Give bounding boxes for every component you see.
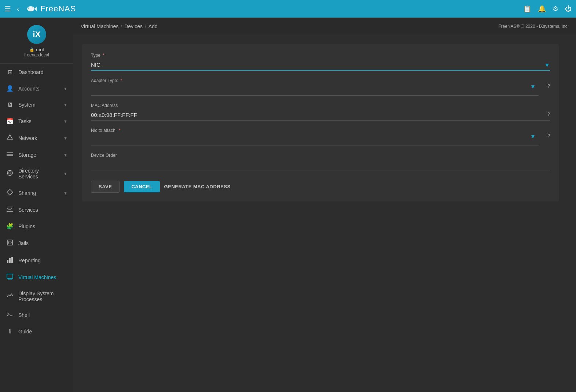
generate-mac-button[interactable]: GENERATE MAC ADDRESS: [164, 184, 231, 189]
sidebar-profile: iX 🔒 root freenas.local: [0, 18, 73, 64]
services-icon: [6, 207, 14, 213]
adapter-type-dropdown-arrow: ▼: [530, 84, 536, 90]
topbar: ☰ ‹ FreeNAS 📋 🔔 ⚙ ⏻: [0, 0, 576, 18]
svg-rect-16: [9, 258, 11, 263]
chevron-right-icon: ▼: [63, 86, 67, 91]
guide-icon: ℹ: [6, 328, 14, 335]
sidebar-item-sharing[interactable]: Sharing ▼: [0, 184, 73, 202]
system-icon: 🖥: [6, 101, 14, 108]
sidebar-item-accounts[interactable]: 👤 Accounts ▼: [0, 80, 73, 97]
nic-to-attach-required: *: [119, 128, 121, 133]
sidebar-item-plugins[interactable]: 🧩 Plugins: [0, 218, 73, 234]
storage-icon: [6, 152, 14, 158]
type-field: Type * NIC DISK CDROM VNC RAW ▼: [91, 53, 550, 71]
main-layout: iX 🔒 root freenas.local ⊞ Dashboard 👤 Ac…: [0, 18, 576, 392]
breadcrumb-devices[interactable]: Devices: [124, 23, 143, 29]
svg-point-9: [9, 172, 11, 174]
adapter-type-label: Adapter Type: *: [91, 78, 539, 83]
svg-marker-4: [7, 135, 12, 139]
sidebar-item-label: Jails: [18, 240, 67, 246]
nic-to-attach-input[interactable]: [91, 134, 539, 145]
mac-address-input-wrapper: ?: [91, 110, 550, 121]
breadcrumb-bar: Virtual Machines / Devices / Add FreeNAS…: [73, 18, 576, 35]
adapter-type-help-icon[interactable]: ?: [547, 84, 550, 89]
sharing-icon: [6, 189, 14, 197]
breadcrumb-add: Add: [148, 23, 158, 29]
nic-to-attach-input-wrapper: Nic to attach: * ▼ ?: [91, 128, 550, 145]
adapter-type-input[interactable]: [91, 85, 539, 96]
dashboard-icon: ⊞: [6, 69, 14, 75]
adapter-type-input-wrapper: Adapter Type: * ▼ ?: [91, 78, 550, 96]
shell-icon: [6, 312, 14, 318]
jails-icon: [6, 239, 14, 247]
copyright-text: FreeNAS® © 2020 - iXsystems, Inc.: [498, 24, 569, 29]
sidebar-item-tasks[interactable]: 📅 Tasks ▼: [0, 113, 73, 129]
sidebar-item-reporting[interactable]: Reporting: [0, 252, 73, 269]
sidebar-item-shell[interactable]: Shell: [0, 307, 73, 323]
sidebar-item-system[interactable]: 🖥 System ▼: [0, 97, 73, 113]
device-order-field: Device Order: [91, 153, 550, 170]
chevron-right-icon: ▼: [63, 171, 67, 176]
sidebar-item-storage[interactable]: Storage ▼: [0, 147, 73, 163]
nic-to-attach-label: Nic to attach: *: [91, 128, 539, 133]
svg-rect-17: [11, 257, 13, 263]
nic-to-attach-dropdown-arrow: ▼: [530, 133, 536, 140]
device-order-input[interactable]: [91, 159, 550, 170]
network-icon: [6, 134, 14, 142]
sidebar-item-services[interactable]: Services: [0, 202, 73, 218]
save-button[interactable]: SAVE: [91, 181, 120, 193]
svg-rect-18: [7, 274, 13, 278]
sidebar-item-directory-services[interactable]: Directory Services ▼: [0, 163, 73, 184]
sidebar-item-label: System: [18, 102, 59, 108]
logo-area: FreeNAS: [23, 2, 76, 16]
type-input-wrapper: NIC DISK CDROM VNC RAW ▼: [91, 59, 550, 71]
lock-icon: 🔒: [29, 47, 34, 52]
notes-icon[interactable]: 📋: [523, 5, 531, 13]
sidebar-item-label: Guide: [18, 329, 67, 334]
power-icon[interactable]: ⏻: [565, 5, 572, 13]
sidebar-item-label: Display System Processes: [18, 291, 67, 302]
nic-to-attach-field: Nic to attach: * ▼ ?: [91, 128, 550, 145]
content-area: Virtual Machines / Devices / Add FreeNAS…: [73, 18, 576, 392]
cancel-button[interactable]: CANCEL: [124, 181, 159, 192]
sidebar-item-dashboard[interactable]: ⊞ Dashboard: [0, 64, 73, 80]
type-select[interactable]: NIC DISK CDROM VNC RAW: [91, 59, 550, 71]
sidebar-item-display-system-processes[interactable]: Display System Processes: [0, 286, 73, 307]
device-order-label: Device Order: [91, 153, 550, 158]
back-icon[interactable]: ‹: [17, 5, 19, 13]
settings-icon[interactable]: ⚙: [553, 5, 558, 13]
svg-point-3: [28, 8, 29, 9]
button-row: SAVE CANCEL GENERATE MAC ADDRESS: [91, 181, 550, 193]
nic-to-attach-help-icon[interactable]: ?: [547, 133, 550, 138]
sidebar-item-guide[interactable]: ℹ Guide: [0, 323, 73, 340]
breadcrumb: Virtual Machines / Devices / Add: [81, 23, 158, 29]
sidebar-item-label: Plugins: [18, 223, 67, 229]
sidebar: iX 🔒 root freenas.local ⊞ Dashboard 👤 Ac…: [0, 18, 73, 392]
freenas-logo: [23, 2, 37, 16]
chevron-right-icon: ▼: [63, 191, 67, 195]
hamburger-menu-icon[interactable]: ☰: [4, 4, 11, 13]
plugins-icon: 🧩: [6, 223, 14, 230]
sidebar-item-label: Accounts: [18, 86, 59, 92]
chevron-right-icon: ▼: [63, 119, 67, 123]
chevron-right-icon: ▼: [63, 136, 67, 140]
sidebar-item-virtual-machines[interactable]: Virtual Machines: [0, 269, 73, 286]
sidebar-item-label: Shell: [18, 312, 67, 318]
tasks-icon: 📅: [6, 118, 14, 125]
sidebar-item-label: Virtual Machines: [18, 274, 67, 280]
sidebar-item-jails[interactable]: Jails: [0, 234, 73, 252]
topbar-icons: 📋 🔔 ⚙ ⏻: [523, 5, 572, 13]
sidebar-item-label: Directory Services: [18, 168, 59, 180]
sidebar-item-network[interactable]: Network ▼: [0, 129, 73, 147]
bell-icon[interactable]: 🔔: [538, 5, 546, 13]
adapter-type-field: Adapter Type: * ▼ ?: [91, 78, 550, 96]
breadcrumb-virtual-machines[interactable]: Virtual Machines: [81, 23, 118, 29]
svg-point-8: [7, 170, 12, 175]
type-label: Type *: [91, 53, 550, 58]
virtual-machines-icon: [6, 274, 14, 281]
mac-address-input[interactable]: [91, 110, 550, 121]
sidebar-item-label: Storage: [18, 152, 59, 158]
mac-address-help-icon[interactable]: ?: [547, 112, 550, 117]
profile-name: 🔒 root: [29, 47, 44, 52]
directory-services-icon: [6, 170, 14, 178]
